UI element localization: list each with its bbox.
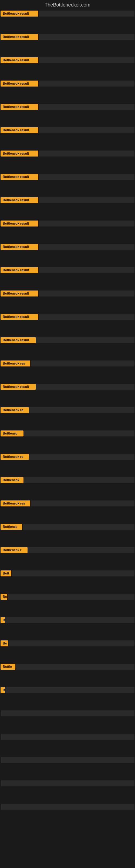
bottleneck-bar — [1, 734, 134, 740]
bottleneck-badge: Bottleneck result — [1, 151, 38, 156]
bottleneck-badge: B — [1, 617, 5, 623]
bottleneck-badge: B — [1, 687, 5, 693]
bottleneck-bar — [23, 524, 134, 530]
bottleneck-badge: Bottleneck result — [1, 34, 38, 40]
bottleneck-bar — [39, 57, 134, 63]
bottleneck-row: Bottleneck re — [1, 407, 134, 414]
bottleneck-row: B — [1, 686, 134, 693]
bottleneck-bar — [1, 780, 134, 786]
bottleneck-row: Bott — [1, 570, 134, 577]
bottleneck-row: Bottleneck res — [1, 500, 134, 507]
bottleneck-row — [1, 710, 134, 717]
bottleneck-row: Bottleneck result — [1, 243, 134, 250]
bottleneck-row: Bottleneck result — [1, 127, 134, 134]
bottleneck-row: Bottleneck res — [1, 360, 134, 367]
bottleneck-badge: Bottle — [1, 664, 15, 670]
bottleneck-row — [1, 733, 134, 740]
bottleneck-badge: Bottleneck result — [1, 384, 36, 390]
bottleneck-bar — [39, 314, 134, 320]
bottleneck-bar — [24, 431, 134, 436]
bottleneck-badge: Bottleneck re — [1, 407, 29, 413]
bottleneck-bar — [28, 547, 134, 553]
bottleneck-row: Bottleneck result — [1, 337, 134, 344]
bottleneck-bar — [39, 81, 134, 87]
bottleneck-bar — [39, 10, 134, 17]
bottleneck-badge: Bottleneck result — [1, 127, 38, 133]
bottleneck-bar — [31, 361, 134, 367]
bottleneck-badge: Bottleneck result — [1, 314, 38, 320]
bottleneck-bar — [36, 384, 134, 390]
bottleneck-row: Bottleneck result — [1, 313, 134, 320]
bottleneck-row: Bottleneck result — [1, 80, 134, 87]
bottleneck-bar — [39, 104, 134, 110]
bottleneck-row — [1, 803, 134, 810]
bottleneck-bar — [39, 34, 134, 40]
bottleneck-row: Bottleneck result — [1, 150, 134, 157]
bottleneck-row: Bottlenec — [1, 430, 134, 437]
bottleneck-badge: Bo — [1, 641, 8, 646]
bottleneck-badge: Bottleneck — [1, 477, 24, 483]
bottleneck-badge: Bottleneck result — [1, 81, 38, 87]
bottleneck-row: Bottleneck result — [1, 383, 134, 390]
bottleneck-row: Bottleneck result — [1, 57, 134, 64]
rows-container: Bottleneck resultBottleneck resultBottle… — [0, 9, 135, 828]
bottleneck-row — [1, 780, 134, 787]
bottleneck-badge: Bo — [1, 594, 7, 600]
bottleneck-row: Bottleneck result — [1, 33, 134, 40]
bottleneck-bar — [36, 337, 134, 343]
bottleneck-row: Bottleneck result — [1, 290, 134, 297]
bottleneck-row: Bo — [1, 593, 134, 600]
bottleneck-badge: Bottleneck res — [1, 361, 30, 367]
bottleneck-bar — [1, 757, 134, 763]
bottleneck-bar — [39, 174, 134, 180]
bottleneck-bar — [1, 710, 134, 716]
bottleneck-badge: Bottlenec — [1, 431, 24, 436]
bottleneck-badge: Bottleneck r — [1, 547, 28, 553]
bottleneck-badge: Bottleneck re — [1, 454, 29, 460]
bottleneck-row: Bottleneck result — [1, 197, 134, 204]
bottleneck-row: Bottle — [1, 663, 134, 670]
bottleneck-row: Bottleneck result — [1, 220, 134, 227]
bottleneck-badge: Bottleneck result — [1, 290, 38, 297]
bottleneck-row: Bottleneck result — [1, 103, 134, 111]
bottleneck-bar — [1, 804, 134, 810]
bottleneck-bar — [16, 664, 134, 670]
bottleneck-badge: Bottlenec — [1, 524, 22, 530]
bottleneck-bar — [24, 477, 134, 483]
bottleneck-badge: Bottleneck result — [1, 57, 38, 63]
bottleneck-bar — [30, 407, 134, 413]
bottleneck-bar — [12, 570, 134, 577]
bottleneck-bar — [39, 290, 134, 297]
bottleneck-badge: Bottleneck result — [1, 174, 38, 180]
bottleneck-badge: Bottleneck result — [1, 104, 38, 110]
bottleneck-row: Bottleneck — [1, 476, 134, 484]
bottleneck-badge: Bottleneck result — [1, 337, 36, 343]
bottleneck-bar — [39, 244, 134, 250]
bottleneck-bar — [5, 687, 134, 693]
bottleneck-bar — [39, 127, 134, 133]
bottleneck-row — [1, 756, 134, 764]
bottleneck-bar — [39, 220, 134, 226]
bottleneck-row: Bottlenec — [1, 523, 134, 530]
bottleneck-row: Bottleneck result — [1, 173, 134, 180]
bottleneck-row: B — [1, 617, 134, 624]
bottleneck-badge: Bottleneck result — [1, 10, 38, 17]
bottleneck-bar — [39, 151, 134, 156]
bottleneck-badge: Bottleneck result — [1, 244, 38, 250]
bottleneck-row: Bottleneck re — [1, 453, 134, 460]
bottleneck-row: Bottleneck result — [1, 267, 134, 274]
bottleneck-bar — [31, 500, 134, 506]
bottleneck-bar — [39, 197, 134, 203]
bottleneck-row: Bottleneck result — [1, 10, 134, 17]
bottleneck-badge: Bottleneck result — [1, 220, 38, 226]
bottleneck-bar — [5, 617, 134, 623]
bottleneck-badge: Bottleneck res — [1, 500, 30, 506]
bottleneck-bar — [8, 594, 134, 600]
bottleneck-bar — [9, 641, 134, 646]
bottleneck-row: Bo — [1, 640, 134, 647]
bottleneck-bar — [39, 267, 134, 273]
bottleneck-bar — [30, 454, 134, 460]
bottleneck-badge: Bottleneck result — [1, 197, 38, 203]
site-title: TheBottlenecker.com — [0, 0, 135, 9]
bottleneck-badge: Bottleneck result — [1, 267, 38, 273]
